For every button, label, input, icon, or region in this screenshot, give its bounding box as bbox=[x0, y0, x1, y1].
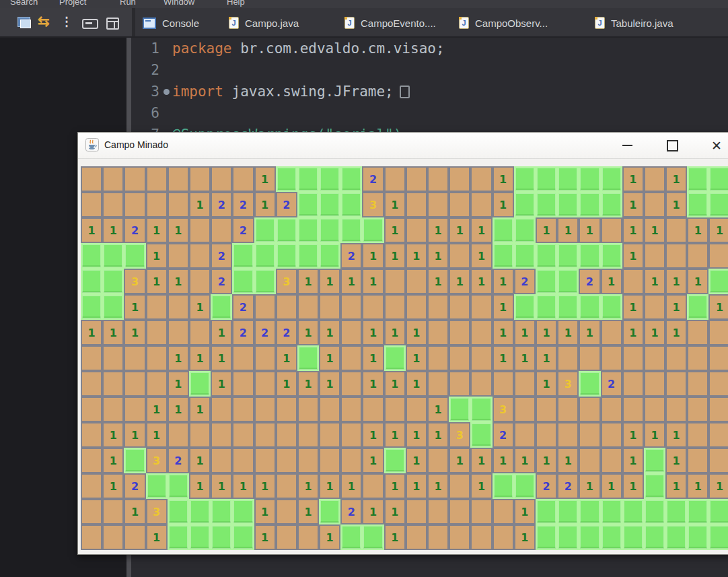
board-cell[interactable]: 1 bbox=[536, 371, 557, 397]
board-cell[interactable] bbox=[579, 448, 600, 473]
board-cell[interactable]: 1 bbox=[665, 192, 687, 217]
board-cell[interactable] bbox=[232, 422, 254, 448]
board-cell[interactable] bbox=[644, 473, 665, 499]
board-cell[interactable] bbox=[232, 166, 254, 192]
board-cell[interactable]: 1 bbox=[708, 473, 728, 499]
board-cell[interactable] bbox=[514, 371, 536, 397]
board-cell[interactable] bbox=[297, 243, 319, 269]
board-cell[interactable] bbox=[449, 499, 470, 524]
board-cell[interactable] bbox=[557, 524, 579, 550]
board-cell[interactable] bbox=[708, 499, 728, 524]
board-cell[interactable] bbox=[189, 166, 211, 192]
board-cell[interactable]: 1 bbox=[622, 473, 644, 499]
board-cell[interactable] bbox=[557, 294, 579, 320]
kebab-icon[interactable]: ⋮ bbox=[61, 14, 73, 29]
board-cell[interactable]: 1 bbox=[622, 422, 644, 448]
board-cell[interactable]: 2 bbox=[232, 192, 254, 217]
board-cell[interactable] bbox=[254, 217, 276, 243]
board-cell[interactable] bbox=[644, 345, 665, 371]
board-cell[interactable]: 1 bbox=[276, 345, 297, 371]
board-cell[interactable] bbox=[81, 166, 102, 192]
board-cell[interactable] bbox=[102, 524, 124, 550]
board-cell[interactable] bbox=[102, 294, 124, 320]
board-cell[interactable] bbox=[622, 345, 644, 371]
board-cell[interactable]: 1 bbox=[319, 320, 340, 345]
board-cell[interactable] bbox=[557, 422, 579, 448]
restore-view-icon[interactable] bbox=[106, 18, 119, 30]
board-cell[interactable] bbox=[406, 192, 427, 217]
board-cell[interactable] bbox=[406, 166, 427, 192]
fold-marker-icon[interactable] bbox=[163, 89, 170, 95]
board-cell[interactable] bbox=[384, 269, 406, 294]
board-cell[interactable] bbox=[470, 192, 492, 217]
board-cell[interactable]: 1 bbox=[665, 448, 687, 473]
board-cell[interactable] bbox=[124, 397, 145, 422]
board-cell[interactable] bbox=[644, 371, 665, 397]
board-cell[interactable] bbox=[340, 320, 362, 345]
board-cell[interactable] bbox=[211, 294, 232, 320]
board-cell[interactable]: 1 bbox=[406, 371, 427, 397]
board-cell[interactable] bbox=[168, 192, 189, 217]
board-cell[interactable]: 1 bbox=[254, 524, 276, 550]
board-cell[interactable] bbox=[340, 166, 362, 192]
board-cell[interactable] bbox=[124, 524, 145, 550]
board-cell[interactable] bbox=[536, 499, 557, 524]
board-cell[interactable] bbox=[81, 243, 102, 269]
board-cell[interactable]: 1 bbox=[449, 217, 470, 243]
board-cell[interactable]: 1 bbox=[514, 499, 536, 524]
board-cell[interactable]: 1 bbox=[579, 473, 600, 499]
board-cell[interactable] bbox=[427, 192, 449, 217]
board-cell[interactable] bbox=[470, 166, 492, 192]
board-cell[interactable]: 1 bbox=[102, 448, 124, 473]
board-cell[interactable] bbox=[579, 371, 600, 397]
board-cell[interactable] bbox=[276, 473, 297, 499]
board-cell[interactable] bbox=[644, 397, 665, 422]
board-cell[interactable] bbox=[297, 166, 319, 192]
board-cell[interactable]: 1 bbox=[362, 269, 384, 294]
board-cell[interactable] bbox=[124, 243, 145, 269]
board-cell[interactable]: 3 bbox=[557, 371, 579, 397]
board-cell[interactable] bbox=[708, 524, 728, 550]
board-cell[interactable] bbox=[276, 166, 297, 192]
board-cell[interactable]: 1 bbox=[146, 269, 168, 294]
board-cell[interactable] bbox=[708, 371, 728, 397]
board-cell[interactable] bbox=[601, 397, 622, 422]
menu-item-window[interactable]: Window bbox=[163, 0, 194, 8]
folded-region-icon[interactable] bbox=[400, 86, 410, 98]
board-cell[interactable] bbox=[297, 397, 319, 422]
board-cell[interactable]: 1 bbox=[102, 320, 124, 345]
board-cell[interactable]: 1 bbox=[340, 473, 362, 499]
board-cell[interactable]: 1 bbox=[362, 345, 384, 371]
board-cell[interactable] bbox=[493, 499, 514, 524]
board-cell[interactable] bbox=[622, 269, 644, 294]
board-cell[interactable] bbox=[81, 473, 102, 499]
board-cell[interactable]: 1 bbox=[470, 269, 492, 294]
board-cell[interactable] bbox=[449, 371, 470, 397]
board-cell[interactable] bbox=[211, 397, 232, 422]
board-cell[interactable]: 1 bbox=[384, 473, 406, 499]
window-titlebar[interactable]: Campo Minado ✕ bbox=[78, 133, 728, 159]
board-cell[interactable]: 1 bbox=[514, 345, 536, 371]
board-cell[interactable] bbox=[536, 524, 557, 550]
board-cell[interactable] bbox=[601, 243, 622, 269]
board-cell[interactable] bbox=[449, 294, 470, 320]
menu-item-run[interactable]: Run bbox=[120, 0, 136, 8]
board-cell[interactable]: 1 bbox=[601, 269, 622, 294]
board-cell[interactable] bbox=[644, 294, 665, 320]
board-cell[interactable]: 1 bbox=[665, 422, 687, 448]
board-cell[interactable] bbox=[189, 422, 211, 448]
board-cell[interactable] bbox=[362, 524, 384, 550]
board-cell[interactable]: 1 bbox=[622, 217, 644, 243]
board-cell[interactable] bbox=[579, 397, 600, 422]
tab-campo-java[interactable]: JCampo.java bbox=[229, 8, 299, 38]
board-cell[interactable]: 1 bbox=[644, 422, 665, 448]
board-cell[interactable] bbox=[146, 371, 168, 397]
board-cell[interactable]: 1 bbox=[362, 243, 384, 269]
board-cell[interactable]: 1 bbox=[189, 473, 211, 499]
board-cell[interactable] bbox=[319, 422, 340, 448]
board-cell[interactable] bbox=[102, 243, 124, 269]
board-cell[interactable]: 1 bbox=[622, 320, 644, 345]
board-cell[interactable] bbox=[665, 524, 687, 550]
board-cell[interactable] bbox=[340, 294, 362, 320]
board-cell[interactable] bbox=[102, 499, 124, 524]
